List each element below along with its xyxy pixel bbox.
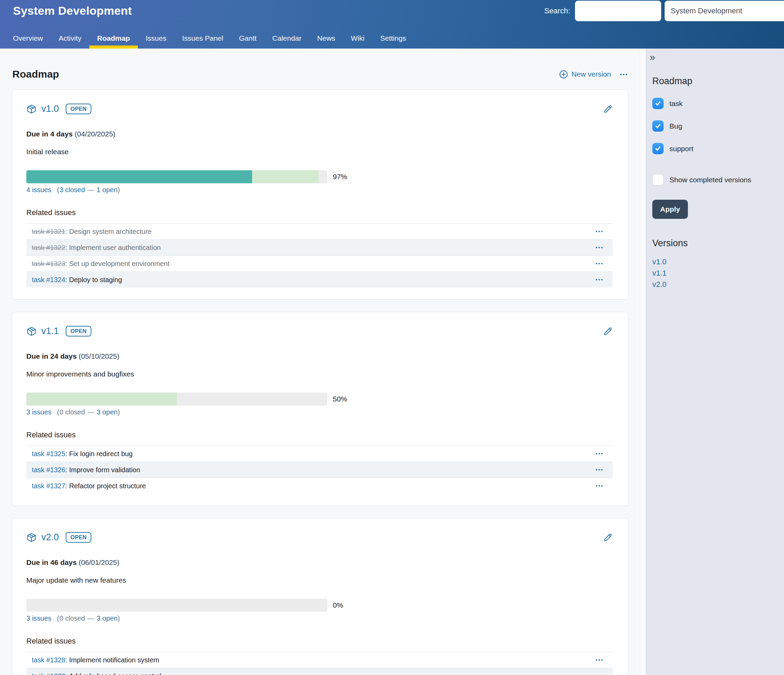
tab-gantt[interactable]: Gantt [231,31,264,48]
search-input[interactable] [575,1,661,21]
show-completed-row[interactable]: Show completed versions [652,174,784,185]
issue-link[interactable]: task #1329 [32,672,65,675]
sidebar-collapse-icon[interactable]: » [650,51,662,63]
tab-calendar[interactable]: Calendar [264,31,309,48]
status-badge: OPEN [66,326,91,337]
issue-actions-button[interactable]: ••• [596,483,604,489]
paren: ) [118,186,120,194]
tab-activity[interactable]: Activity [51,31,90,48]
issue-actions-button[interactable]: ••• [596,245,604,250]
progress-bar [26,170,327,183]
issue-separator: : [65,260,69,268]
issue-actions-button[interactable]: ••• [596,229,604,234]
edit-pencil-icon[interactable] [603,327,613,336]
issues-closed-link[interactable]: 3 closed [59,186,85,194]
filter-row-bug[interactable]: Bug [652,120,784,132]
filter-row-task[interactable]: task [652,98,784,109]
issue-subject: Refactor project structure [69,482,146,490]
sidebar-title: Roadmap [652,76,784,87]
issue-link[interactable]: task #1323 [32,260,65,268]
version-name-link[interactable]: v1.1 [41,326,59,337]
issue-actions-button[interactable]: ••• [596,673,604,675]
edit-pencil-icon[interactable] [603,533,613,542]
status-badge: OPEN [66,532,91,543]
issue-actions-button[interactable]: ••• [596,451,604,456]
show-completed-label[interactable]: Show completed versions [669,176,751,184]
issues-total-link[interactable]: 3 issues [26,614,51,622]
issues-open-link[interactable]: 3 open [97,614,118,622]
issues-open-link[interactable]: 1 open [97,186,118,194]
filter-row-support[interactable]: support [652,143,784,154]
tab-roadmap[interactable]: Roadmap [89,31,138,48]
issue-subject: Deploy to staging [69,276,122,284]
due-date: (05/10/2025) [79,352,120,360]
issues-total-link[interactable]: 3 issues [26,408,51,416]
issue-actions-button[interactable]: ••• [596,467,604,473]
version-link-v1-1[interactable]: v1.1 [652,267,667,279]
content-scrollbar[interactable] [640,48,646,675]
page-more-button[interactable]: ••• [620,71,628,77]
app-title: System Development [13,4,132,17]
related-issues-list: task #1321: Design system architecture •… [26,223,613,287]
paren: ) [118,614,120,622]
version-link-v2-0[interactable]: v2.0 [652,279,667,290]
apply-button[interactable]: Apply [652,200,688,219]
checkbox-show-completed[interactable] [652,174,664,185]
version-description: Minor improvements and bugfixes [26,370,613,378]
version-name-link[interactable]: v1.0 [41,104,59,114]
plus-circle-icon [559,70,568,79]
issue-link[interactable]: task #1322 [32,244,65,252]
version-link-v1-0[interactable]: v1.0 [652,256,667,267]
progress-bar [26,393,327,405]
issue-row: task #1325: Fix login redirect bug ••• [26,445,613,462]
dash: — [87,408,95,416]
tab-issues-panel[interactable]: Issues Panel [174,31,231,48]
issue-link[interactable]: task #1321 [32,228,65,236]
tab-news[interactable]: News [309,31,343,48]
tab-settings[interactable]: Settings [372,31,414,48]
checkmark-icon [655,123,661,129]
due-label: Due in 4 days [26,130,73,138]
checkbox-bug[interactable] [652,120,664,132]
issue-row: task #1328: Implement notification syste… [26,652,613,668]
tab-wiki[interactable]: Wiki [343,31,372,48]
issue-subject: Implement notification system [69,656,159,664]
package-icon [26,104,37,114]
issue-separator: : [65,466,69,474]
related-issues-title: Related issues [26,208,613,217]
header-search-area: Search: System Development [544,1,784,21]
filter-label-bug[interactable]: Bug [669,122,682,130]
tab-overview[interactable]: Overview [5,31,51,48]
issues-total-link[interactable]: 4 issues [26,186,51,194]
project-selector[interactable]: System Development [664,1,784,21]
checkmark-icon [655,100,661,107]
issue-link[interactable]: task #1325 [32,450,65,458]
issue-row: task #1322: Implement user authenticatio… [26,239,613,255]
issue-separator: : [65,656,69,664]
filter-label-task[interactable]: task [669,99,683,108]
version-name-link[interactable]: v2.0 [41,532,59,543]
issue-actions-button[interactable]: ••• [596,657,604,663]
issue-link[interactable]: task #1327 [32,482,65,490]
issue-subject: Improve form validation [69,466,140,474]
related-issues-list: task #1325: Fix login redirect bug ••• t… [26,445,613,494]
due-date: (04/20/2025) [75,130,115,138]
filter-label-support[interactable]: support [669,144,693,153]
paren: ( [57,614,59,622]
versions-link-list: v1.0 v1.1 v2.0 [652,256,784,290]
version-card-v2-0: v2.0 OPEN Due in 46 days (06/01/2025) Ma… [12,518,628,675]
issue-link[interactable]: task #1328 [32,656,65,664]
dash: — [87,614,95,622]
issue-actions-button[interactable]: ••• [596,261,604,266]
checkbox-task[interactable] [652,98,664,109]
new-version-button[interactable]: New version [559,70,611,79]
version-card-v1-1: v1.1 OPEN Due in 24 days (05/10/2025) Mi… [12,312,628,506]
issue-actions-button[interactable]: ••• [596,277,604,282]
issue-link[interactable]: task #1326 [32,466,65,474]
tab-issues[interactable]: Issues [138,31,174,48]
versions-title: Versions [652,238,784,248]
edit-pencil-icon[interactable] [603,104,613,114]
issue-link[interactable]: task #1324 [32,276,65,284]
checkbox-support[interactable] [652,143,664,154]
issues-open-link[interactable]: 3 open [97,408,118,416]
